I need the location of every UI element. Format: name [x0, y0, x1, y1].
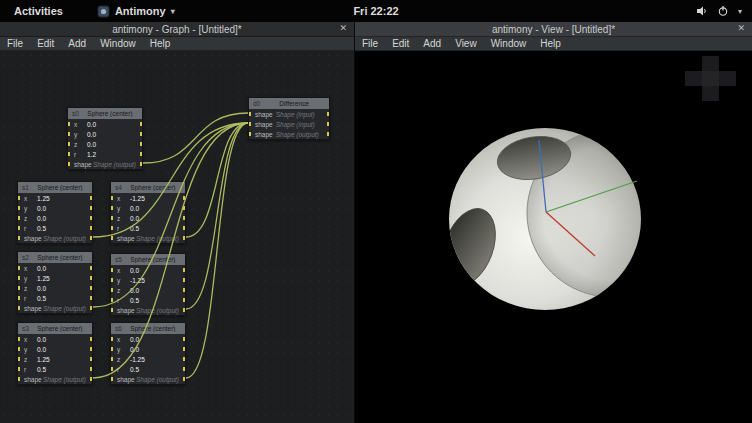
wire-s6-d0[interactable]: [186, 123, 248, 378]
output-port[interactable]: [90, 266, 92, 270]
input-port[interactable]: [111, 377, 113, 381]
output-port[interactable]: [140, 142, 142, 146]
datum-value[interactable]: 0.0: [130, 215, 139, 222]
output-port[interactable]: [90, 226, 92, 230]
input-port[interactable]: [111, 236, 113, 240]
input-port[interactable]: [249, 132, 251, 136]
input-port[interactable]: [18, 367, 20, 371]
output-port[interactable]: [183, 216, 185, 220]
input-port[interactable]: [18, 286, 20, 290]
output-port[interactable]: [90, 377, 92, 381]
output-port[interactable]: [90, 216, 92, 220]
input-port[interactable]: [18, 226, 20, 230]
input-port[interactable]: [111, 226, 113, 230]
menu-help[interactable]: Help: [143, 38, 178, 49]
wire-s5-d0[interactable]: [186, 123, 248, 309]
menu-file[interactable]: File: [355, 38, 385, 49]
node-titlebar[interactable]: s0Sphere (center): [68, 108, 142, 119]
input-port[interactable]: [18, 357, 20, 361]
node-s0[interactable]: s0Sphere (center)x0.0y0.0z0.0r1.2shapeSh…: [67, 107, 143, 170]
wire-s0-d0[interactable]: [143, 113, 248, 163]
input-port[interactable]: [18, 347, 20, 351]
input-port[interactable]: [68, 142, 70, 146]
output-port[interactable]: [183, 357, 185, 361]
node-titlebar[interactable]: s4Sphere (center): [111, 182, 185, 193]
node-titlebar[interactable]: s5Sphere (center): [111, 254, 185, 265]
menu-window[interactable]: Window: [484, 38, 534, 49]
input-port[interactable]: [18, 337, 20, 341]
output-port[interactable]: [183, 298, 185, 302]
app-menu[interactable]: Antimony ▾: [97, 5, 175, 18]
output-port[interactable]: [327, 132, 329, 136]
input-port[interactable]: [68, 132, 70, 136]
input-port[interactable]: [111, 288, 113, 292]
datum-value[interactable]: 0.0: [37, 285, 46, 292]
nav-left-button[interactable]: [685, 71, 702, 86]
nav-right-button[interactable]: [719, 71, 736, 86]
output-port[interactable]: [183, 337, 185, 341]
node-s3[interactable]: s3Sphere (center)x0.0y0.0z1.25r0.5shapeS…: [17, 322, 93, 385]
output-port[interactable]: [90, 236, 92, 240]
datum-value[interactable]: 0.0: [130, 205, 139, 212]
datum-value[interactable]: 0.0: [37, 215, 46, 222]
input-port[interactable]: [111, 268, 113, 272]
input-port[interactable]: [111, 298, 113, 302]
datum-value[interactable]: 0.0: [87, 141, 96, 148]
input-port[interactable]: [111, 206, 113, 210]
output-port[interactable]: [90, 206, 92, 210]
output-port[interactable]: [90, 276, 92, 280]
datum-value[interactable]: 1.25: [37, 195, 50, 202]
output-port[interactable]: [140, 132, 142, 136]
input-port[interactable]: [18, 196, 20, 200]
output-port[interactable]: [90, 357, 92, 361]
datum-value[interactable]: 1.25: [37, 275, 50, 282]
datum-value[interactable]: 0.0: [130, 336, 139, 343]
datum-value[interactable]: 0.5: [37, 366, 46, 373]
datum-value[interactable]: 1.2: [87, 151, 96, 158]
output-port[interactable]: [183, 367, 185, 371]
output-port[interactable]: [183, 236, 185, 240]
close-icon[interactable]: ✕: [737, 23, 745, 33]
datum-value[interactable]: 0.0: [37, 346, 46, 353]
output-port[interactable]: [90, 296, 92, 300]
nav-down-button[interactable]: [702, 86, 719, 101]
input-port[interactable]: [111, 337, 113, 341]
output-port[interactable]: [183, 377, 185, 381]
close-icon[interactable]: ✕: [339, 23, 347, 33]
datum-value[interactable]: 0.5: [37, 225, 46, 232]
output-port[interactable]: [183, 288, 185, 292]
input-port[interactable]: [18, 377, 20, 381]
input-port[interactable]: [18, 296, 20, 300]
output-port[interactable]: [183, 347, 185, 351]
node-titlebar[interactable]: s6Sphere (center): [111, 323, 185, 334]
datum-value[interactable]: 1.25: [37, 356, 50, 363]
input-port[interactable]: [18, 206, 20, 210]
menu-add[interactable]: Add: [416, 38, 448, 49]
datum-value[interactable]: 0.0: [87, 121, 96, 128]
output-port[interactable]: [327, 122, 329, 126]
output-port[interactable]: [140, 122, 142, 126]
output-port[interactable]: [183, 226, 185, 230]
input-port[interactable]: [111, 308, 113, 312]
node-titlebar[interactable]: s3Sphere (center): [18, 323, 92, 334]
node-s1[interactable]: s1Sphere (center)x1.25y0.0z0.0r0.5shapeS…: [17, 181, 93, 244]
menu-file[interactable]: File: [0, 38, 30, 49]
input-port[interactable]: [18, 306, 20, 310]
datum-value[interactable]: 0.5: [37, 295, 46, 302]
output-port[interactable]: [140, 162, 142, 166]
menu-view[interactable]: View: [448, 38, 484, 49]
output-port[interactable]: [90, 347, 92, 351]
input-port[interactable]: [249, 122, 251, 126]
3d-viewport[interactable]: [355, 51, 752, 423]
menu-window[interactable]: Window: [93, 38, 143, 49]
node-d0[interactable]: d0DifferenceshapeShape (input)shapeShape…: [248, 97, 330, 140]
datum-value[interactable]: -1.25: [130, 195, 145, 202]
node-titlebar[interactable]: s1Sphere (center): [18, 182, 92, 193]
node-titlebar[interactable]: s2Sphere (center): [18, 252, 92, 263]
output-port[interactable]: [90, 337, 92, 341]
datum-value[interactable]: 0.0: [130, 267, 139, 274]
output-port[interactable]: [183, 308, 185, 312]
menu-help[interactable]: Help: [533, 38, 568, 49]
node-titlebar[interactable]: d0Difference: [249, 98, 329, 109]
input-port[interactable]: [18, 276, 20, 280]
